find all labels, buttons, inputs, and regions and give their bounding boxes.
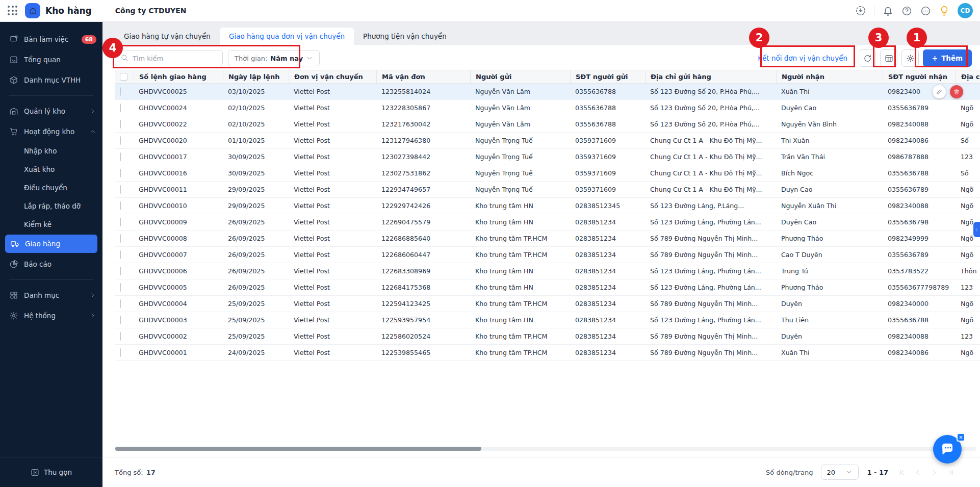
row-checkbox[interactable]	[120, 299, 121, 308]
table-row-4[interactable]: GHDVVC0001730/09/2025Viettel Post1230273…	[115, 149, 980, 165]
cell-sender-address: Chung Cư Ct 1 A - Khu Đô Thị Mỹ...	[645, 186, 776, 193]
table-row-8[interactable]: GHDVVC0000926/09/2025Viettel Post1226904…	[115, 214, 980, 230]
delete-icon[interactable]	[950, 85, 963, 98]
table-row-6[interactable]: GHDVVC0001129/09/2025Viettel Post1229347…	[115, 182, 980, 198]
column-header-date[interactable]: Ngày lập lệnh	[223, 70, 289, 83]
gear-button[interactable]	[901, 49, 919, 67]
sidebar-item-12[interactable]: Báo cáo	[0, 254, 102, 274]
table-row-13[interactable]: GHDVVC0000425/09/2025Viettel Post1225941…	[115, 296, 980, 312]
chat-close-button[interactable]: ×	[957, 433, 965, 442]
refresh-button[interactable]	[859, 49, 876, 67]
row-checkbox[interactable]	[120, 136, 121, 145]
sidebar-item-5[interactable]: Hoạt động kho	[0, 121, 102, 142]
sidebar-item-0[interactable]: Bàn làm việc68	[0, 29, 102, 49]
column-header-sender-phone[interactable]: SĐT người gửi	[570, 70, 645, 83]
table-row-0[interactable]: GHDVVC0002503/10/2025Viettel Post1232558…	[115, 84, 980, 100]
download-circle-icon[interactable]	[855, 5, 866, 16]
apps-grid-icon[interactable]	[8, 6, 18, 16]
cell-receiver-address: Ngõ	[956, 186, 980, 193]
row-checkbox[interactable]	[120, 332, 121, 341]
connect-carrier-button[interactable]: Kết nối đơn vị vận chuyển	[751, 54, 855, 62]
table-row-1[interactable]: GHDVVC0002402/10/2025Viettel Post1232283…	[115, 100, 980, 116]
table-row-12[interactable]: GHDVVC0000526/09/2025Viettel Post1226841…	[115, 279, 980, 296]
rows-per-page-select[interactable]: 20	[821, 465, 859, 480]
column-header-tracking[interactable]: Mã vận đơn	[376, 70, 470, 83]
sidebar-item-4[interactable]: Quản lý kho	[0, 101, 102, 121]
column-settings-button[interactable]	[880, 49, 897, 67]
cell-tracking: 123217630042	[376, 120, 470, 128]
more-icon[interactable]	[920, 5, 931, 16]
row-checkbox[interactable]	[120, 267, 121, 275]
next-page-button[interactable]	[929, 467, 939, 477]
row-checkbox[interactable]	[120, 87, 121, 96]
row-checkbox[interactable]	[120, 348, 121, 357]
scrollbar-thumb[interactable]	[115, 447, 481, 451]
sidebar-subitem-7[interactable]: Xuất kho	[0, 160, 102, 178]
table-row-15[interactable]: GHDVVC0000225/09/2025Viettel Post1225860…	[115, 328, 980, 345]
plus-icon: +	[932, 54, 938, 62]
row-checkbox[interactable]	[120, 152, 121, 161]
column-header-sender-address[interactable]: Địa chỉ gửi hàng	[645, 70, 776, 83]
table-row-14[interactable]: GHDVVC0000325/09/2025Viettel Post1225939…	[115, 312, 980, 328]
bell-icon[interactable]	[882, 5, 893, 16]
column-header-sender[interactable]: Người gửi	[470, 70, 570, 83]
sidebar-item-11[interactable]: Giao hàng	[5, 235, 97, 253]
column-header-receiver-phone[interactable]: SĐT người nhận	[883, 70, 956, 83]
add-button[interactable]: +Thêm	[923, 49, 972, 67]
sidebar-subitem-8[interactable]: Điều chuyển	[0, 178, 102, 197]
cell-receiver-phone: 0982340000	[883, 300, 956, 307]
cell-date: 25/09/2025	[223, 300, 289, 307]
row-checkbox[interactable]	[120, 201, 121, 210]
table-row-10[interactable]: GHDVVC0000726/09/2025Viettel Post1226860…	[115, 247, 980, 263]
sidebar-item-2[interactable]: Danh mục VTHH	[0, 70, 102, 90]
table-row-2[interactable]: GHDVVC0002202/10/2025Viettel Post1232176…	[115, 116, 980, 133]
sidebar-item-14[interactable]: Danh mục	[0, 285, 102, 305]
tab-0[interactable]: Giao hàng tự vận chuyển	[115, 28, 220, 45]
row-checkbox[interactable]	[120, 120, 121, 129]
help-icon[interactable]	[901, 5, 912, 16]
sidebar-item-15[interactable]: Hệ thống	[0, 305, 102, 326]
sidebar-subitem-10[interactable]: Kiểm kê	[0, 215, 102, 234]
tab-2[interactable]: Phương tiện vận chuyển	[354, 28, 456, 45]
table-row-11[interactable]: GHDVVC0000626/09/2025Viettel Post1226833…	[115, 263, 980, 279]
first-page-button[interactable]	[896, 467, 907, 477]
row-checkbox[interactable]	[120, 104, 121, 112]
table-row-9[interactable]: GHDVVC0000826/09/2025Viettel Post1226868…	[115, 230, 980, 247]
avatar[interactable]: CD	[958, 3, 973, 18]
time-filter-dropdown[interactable]: Thời gian: Năm nay	[228, 50, 320, 66]
table-row-16[interactable]: GHDVVC0000124/09/2025Viettel Post1225398…	[115, 345, 980, 361]
sidebar-subitem-6[interactable]: Nhập kho	[0, 142, 102, 160]
company-name: Công ty CTDUYEN	[115, 7, 187, 15]
column-header-code[interactable]: Số lệnh giao hàng	[134, 70, 223, 83]
horizontal-scrollbar[interactable]	[115, 447, 976, 451]
column-header-receiver[interactable]: Người nhận	[776, 70, 883, 83]
row-checkbox[interactable]	[120, 316, 121, 324]
search-box[interactable]	[115, 50, 223, 66]
cell-code: GHDVVC00003	[134, 316, 223, 324]
row-checkbox[interactable]	[120, 185, 121, 194]
collapse-sidebar-button[interactable]: Thu gọn	[7, 464, 95, 481]
edit-icon[interactable]	[933, 85, 946, 98]
select-all-checkbox[interactable]	[120, 73, 127, 81]
idea-icon[interactable]	[939, 5, 950, 16]
table-row-3[interactable]: GHDVVC0002001/10/2025Viettel Post1231279…	[115, 133, 980, 149]
search-input[interactable]	[133, 55, 209, 62]
tab-1[interactable]: Giao hàng qua đơn vị vận chuyển	[220, 28, 354, 45]
column-header-carrier[interactable]: Đơn vị vận chuyển	[289, 70, 376, 83]
grid-icon	[9, 291, 18, 300]
app-logo-icon[interactable]	[25, 3, 40, 18]
row-checkbox[interactable]	[120, 218, 121, 226]
table-row-7[interactable]: GHDVVC0001029/09/2025Viettel Post1229297…	[115, 198, 980, 214]
row-checkbox[interactable]	[120, 169, 121, 177]
last-page-button[interactable]	[945, 467, 956, 477]
prev-page-button[interactable]	[913, 467, 923, 477]
sidebar-subitem-9[interactable]: Lắp ráp, tháo dỡ	[0, 197, 102, 215]
row-checkbox[interactable]	[120, 283, 121, 292]
row-checkbox[interactable]	[120, 250, 121, 259]
sidebar-item-1[interactable]: Tổng quan	[0, 49, 102, 70]
expand-panel-tab[interactable]	[973, 222, 980, 237]
table-row-5[interactable]: GHDVVC0001630/09/2025Viettel Post1230275…	[115, 165, 980, 182]
column-header-receiver-address[interactable]: Địa chỉ nhận hàng	[956, 70, 980, 83]
cell-code: GHDVVC00001	[134, 349, 223, 356]
row-checkbox[interactable]	[120, 234, 121, 243]
